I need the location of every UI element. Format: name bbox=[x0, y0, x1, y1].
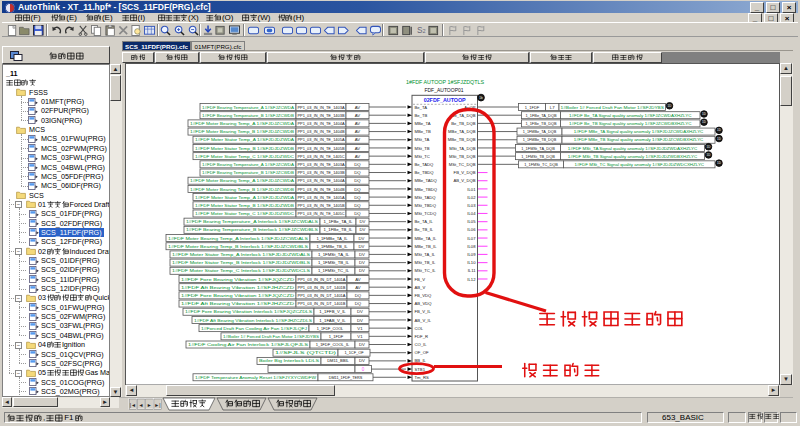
svg-text:1#FDF Bearing Temperature_A In: 1#FDF Bearing Temperature_A Interlock 1#… bbox=[186, 219, 318, 224]
svg-text:V1: V1 bbox=[357, 326, 363, 331]
svg-text:1#Forced Draft Fan Cooling Air: 1#Forced Draft Fan Cooling Air Fan 1#SFJ… bbox=[201, 326, 307, 331]
svg-text:1_1FMSt_TC_DQB: 1_1FMSt_TC_DQB bbox=[524, 162, 558, 167]
svg-text:1_1FMSt_TB_DQB: 1_1FMSt_TB_DQB bbox=[521, 154, 555, 159]
svg-text:1#FDF Bearing Temperature_B 1#: 1#FDF Bearing Temperature_B 1#SFJZCWDB bbox=[202, 170, 294, 175]
svg-text:1_1FBe_TA_IL: 1_1FBe_TA_IL bbox=[324, 219, 353, 224]
svg-text:1#Boiler 1# Forced Draft Fan M: 1#Boiler 1# Forced Draft Fan Motor 1#SFJ… bbox=[561, 105, 665, 110]
svg-text:PP1_03_IN_IN_TE_1404B: PP1_03_IN_IN_TE_1404B bbox=[298, 129, 345, 134]
svg-text:1#FDF Moter Stator Temp_B 1#SF: 1#FDF Moter Stator Temp_B 1#SFJDJDZWDB bbox=[195, 203, 294, 208]
svg-text:1#FDF MBe_TB Signal quality an: 1#FDF MBe_TB Signal quality anomaly 1#SF… bbox=[574, 137, 704, 142]
svg-text:DV: DV bbox=[360, 219, 366, 224]
svg-text:1#FDF Moter Stator Temp_A Inte: 1#FDF Moter Stator Temp_A Interlock 1#SF… bbox=[172, 252, 310, 257]
svg-text:1_1FDF: 1_1FDF bbox=[329, 334, 344, 339]
svg-text:1_1FDF_COOL: 1_1FDF_COOL bbox=[317, 326, 344, 331]
svg-text:DQ: DQ bbox=[354, 195, 361, 200]
svg-text:MSt_TCDQ: MSt_TCDQ bbox=[415, 211, 437, 216]
svg-text:AB_V_IL: AB_V_IL bbox=[415, 318, 432, 323]
svg-text:DQ: DQ bbox=[355, 301, 362, 306]
svg-text:AV: AV bbox=[355, 154, 361, 159]
svg-text:DQ: DQ bbox=[354, 178, 361, 183]
svg-text:1_1FMSt_TC_IL: 1_1FMSt_TC_IL bbox=[318, 268, 350, 273]
svg-text:Be_TB_IL: Be_TB_IL bbox=[415, 227, 434, 232]
svg-text:AV: AV bbox=[355, 105, 361, 110]
svg-text:Be_TBDQ: Be_TBDQ bbox=[415, 170, 435, 175]
svg-text:1#FDF Moter Stator Temp_C 1#SF: 1#FDF Moter Stator Temp_C 1#SFJDJDZWDC bbox=[195, 154, 294, 159]
svg-text:DV: DV bbox=[359, 268, 365, 273]
svg-text:IL11: IL11 bbox=[468, 268, 477, 273]
svg-text:◄: ◄ bbox=[139, 402, 144, 408]
svg-text:1#FDF Aft Bearing Vibration In: 1#FDF Aft Bearing Vibration Interlock 1#… bbox=[194, 318, 312, 323]
svg-text:MSt_TA: MSt_TA bbox=[415, 137, 430, 142]
svg-text:1#FDF AUTOOP 1#SFJZDQTLS: 1#FDF AUTOOP 1#SFJZDQTLS bbox=[406, 80, 484, 85]
svg-text:Be_TA_IL: Be_TA_IL bbox=[415, 219, 434, 224]
svg-text:1_1FAB_V_IL: 1_1FAB_V_IL bbox=[319, 318, 346, 323]
svg-text:CO_IL: CO_IL bbox=[415, 342, 428, 347]
svg-text:1#FDF Fore Bearing Vibration I: 1#FDF Fore Bearing Vibration Interlock 1… bbox=[185, 309, 312, 314]
svg-text:IL12: IL12 bbox=[467, 277, 476, 282]
svg-text:DV: DV bbox=[357, 318, 363, 323]
svg-text:AV: AV bbox=[355, 285, 361, 290]
svg-text:DQ: DQ bbox=[354, 203, 361, 208]
svg-text:PP1_03_IN_IN_TE_1403B: PP1_03_IN_IN_TE_1403B bbox=[298, 113, 345, 118]
svg-text:|◄: |◄ bbox=[130, 402, 136, 408]
svg-text:PP1_03_IN_IN_TE_1403A: PP1_03_IN_IN_TE_1403A bbox=[298, 105, 345, 110]
svg-text:1_1FMBe_TB_DQB: 1_1FMBe_TB_DQB bbox=[523, 137, 557, 142]
svg-text:►: ► bbox=[147, 402, 152, 408]
svg-text:IL07: IL07 bbox=[467, 236, 476, 241]
svg-text:FB_V_DQB: FB_V_DQB bbox=[454, 170, 476, 175]
svg-text:DV: DV bbox=[357, 309, 363, 314]
svg-text:DQ: DQ bbox=[354, 162, 361, 167]
svg-text:DV: DV bbox=[359, 342, 365, 347]
svg-text:MBe_TB: MBe_TB bbox=[415, 129, 431, 134]
svg-text:1#FDF Moter Bearing Temp_B 1#S: 1#FDF Moter Bearing Temp_B 1#SFJDJZCWDB bbox=[190, 129, 294, 134]
svg-text:02FDF_AUTOOP: 02FDF_AUTOOP bbox=[424, 98, 467, 103]
svg-text:1#FDF Bearing Temperature_B In: 1#FDF Bearing Temperature_B Interlock 1#… bbox=[186, 227, 318, 232]
svg-text:MBe_TADQ: MBe_TADQ bbox=[415, 178, 438, 183]
svg-text:V1: V1 bbox=[357, 334, 363, 339]
svg-text:DQ: DQ bbox=[354, 170, 361, 175]
svg-text:1#FDF Be_TB Signal quality ano: 1#FDF Be_TB Signal quality anomaly 1#SFJ… bbox=[569, 121, 691, 126]
svg-text:IL02: IL02 bbox=[467, 195, 476, 200]
svg-text:1_1FMBe_TA_DQB: 1_1FMBe_TA_DQB bbox=[523, 129, 557, 134]
svg-text:DV: DV bbox=[359, 260, 365, 265]
svg-text:MBe_TA_IL: MBe_TA_IL bbox=[415, 236, 437, 241]
svg-text:COL: COL bbox=[415, 326, 424, 331]
svg-text:1_1FMSt_TA_DQB: 1_1FMSt_TA_DQB bbox=[521, 146, 555, 151]
svg-text:MSt_TBDQ: MSt_TBDQ bbox=[415, 203, 437, 208]
svg-text:MBe_TA_DQB: MBe_TA_DQB bbox=[448, 129, 476, 134]
svg-text:IL08: IL08 bbox=[467, 244, 476, 249]
svg-text:PP1_03_IN_IN_TE_1405C: PP1_03_IN_IN_TE_1405C bbox=[298, 154, 345, 159]
svg-text:1#FDF Moter Stator Temp_B Inte: 1#FDF Moter Stator Temp_B Interlock 1#SF… bbox=[172, 260, 310, 265]
svg-text:AV: AV bbox=[355, 129, 361, 134]
svg-text:1#FDF Cooling Air Fan Interloc: 1#FDF Cooling Air Fan Interlock 1#SFJLQF… bbox=[188, 342, 308, 347]
svg-text:1_1FDF: 1_1FDF bbox=[525, 105, 540, 110]
svg-text:IL09: IL09 bbox=[467, 252, 476, 257]
svg-text:1#FDF Moter Bearing Temp_A Int: 1#FDF Moter Bearing Temp_A Interlock 1#S… bbox=[168, 236, 308, 241]
svg-text:1#FDF Moter Stator Temp_C 1#SF: 1#FDF Moter Stator Temp_C 1#SFJDJDZWDC bbox=[195, 211, 294, 216]
svg-text:1#FDF Moter Bearing Temp_A 1#S: 1#FDF Moter Bearing Temp_A 1#SFJDJZCWDA bbox=[190, 178, 294, 183]
svg-text:DV: DV bbox=[359, 358, 365, 363]
svg-text:1#SFJLS (QTCTD): 1#SFJLS (QTCTD) bbox=[275, 350, 337, 355]
svg-text:DQ: DQ bbox=[354, 187, 361, 192]
svg-text:1#FDF Bearing Temperature_A 1#: 1#FDF Bearing Temperature_A 1#SFJZCWDA bbox=[202, 162, 294, 167]
svg-text:1#FDF Aft Bearing Vibration 1#: 1#FDF Aft Bearing Vibration 1#SFJHZCZD bbox=[181, 301, 294, 306]
svg-text:DM11_BBIL: DM11_BBIL bbox=[327, 358, 349, 363]
svg-text:Be_TB_DQB: Be_TB_DQB bbox=[451, 121, 475, 126]
svg-text:FB_V_IL: FB_V_IL bbox=[415, 309, 432, 314]
svg-text:AV: AV bbox=[355, 146, 361, 151]
svg-text:1#FDF Moter Stator Temp_B 1#SF: 1#FDF Moter Stator Temp_B 1#SFJDJDZWDB bbox=[195, 146, 294, 151]
svg-text:MBe_TA: MBe_TA bbox=[415, 121, 431, 126]
svg-text:PP1_03_IN_IN_DT_1401B: PP1_03_IN_IN_DT_1401B bbox=[298, 285, 346, 290]
svg-text:1_1FMSt_TB_IL: 1_1FMSt_TB_IL bbox=[318, 260, 350, 265]
svg-text:Be_TB: Be_TB bbox=[415, 113, 428, 118]
svg-text:IL04: IL04 bbox=[467, 211, 476, 216]
svg-text:AB_VDQ: AB_VDQ bbox=[415, 301, 433, 306]
svg-text:AB_V: AB_V bbox=[415, 285, 426, 290]
svg-text:1_1FDF_COOL_IL: 1_1FDF_COOL_IL bbox=[316, 342, 350, 347]
svg-text:MBe_TB_DQB: MBe_TB_DQB bbox=[448, 137, 476, 142]
svg-text:AV: AV bbox=[355, 121, 361, 126]
svg-text:1#FDF Be_TA Signal quality ano: 1#FDF Be_TA Signal quality anomaly 1#SFJ… bbox=[569, 113, 691, 118]
svg-text:PP1_03_IN_IN_DT_1401A: PP1_03_IN_IN_DT_1401A bbox=[298, 293, 346, 298]
svg-text:MSt_TC: MSt_TC bbox=[415, 154, 430, 159]
svg-text:MSt_TB_DQB: MSt_TB_DQB bbox=[449, 154, 476, 159]
